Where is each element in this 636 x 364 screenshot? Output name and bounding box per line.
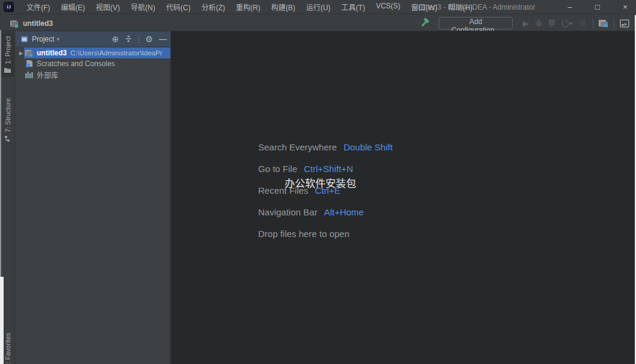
shortcut-search-everywhere: Search Everywhere Double Shift — [258, 142, 393, 152]
window-title: untitled3 - IntelliJ IDEA - Administrato… — [414, 0, 535, 14]
project-folder-icon — [10, 19, 19, 28]
editor-area: Search Everywhere Double Shift Go to Fil… — [171, 31, 636, 364]
tree-row-scratches[interactable]: Scratches and Consoles — [16, 58, 170, 69]
run-icon: ▶ — [519, 15, 532, 31]
panel-settings-gear-icon[interactable]: ⚙ — [145, 35, 153, 43]
structure-tab-icon — [4, 135, 11, 142]
title-bar: IJ 文件(F) 编辑(E) 视图(V) 导航(N) 代码(C) 分析(Z) 重… — [0, 0, 636, 14]
navigation-breadcrumb: untitled3 — [10, 15, 53, 31]
scratches-label: Scratches and Consoles — [37, 60, 115, 68]
collapse-all-icon[interactable] — [125, 35, 132, 43]
scratches-icon — [25, 60, 34, 68]
shortcut-recent-files: Recent Files Ctrl+E — [258, 185, 340, 196]
close-button[interactable]: × — [619, 0, 631, 14]
menu-build[interactable]: 构建(B) — [266, 0, 301, 14]
external-libraries-label: 外部库 — [37, 70, 58, 80]
screen-edge-artifact — [0, 277, 4, 364]
debug-icon — [532, 15, 545, 31]
breadcrumb-project-name[interactable]: untitled3 — [23, 19, 53, 28]
project-view-dropdown-caret[interactable]: ▾ — [57, 36, 60, 42]
menu-edit[interactable]: 编辑(E) — [55, 0, 90, 14]
tree-row-project-root[interactable]: ▶ untitled3 C:\Users\Administrator\IdeaP… — [16, 48, 170, 58]
shortcut-go-to-file: Go to File Ctrl+Shift+N — [258, 164, 353, 174]
locate-file-icon[interactable]: ⊕ — [112, 35, 119, 43]
project-tool-window: Project ▾ ⊕ ⚙ — ▶ — [16, 31, 170, 364]
menu-tools[interactable]: 工具(T) — [336, 0, 370, 14]
maximize-button[interactable]: □ — [591, 0, 604, 14]
menu-refactor[interactable]: 重构(R) — [230, 0, 266, 14]
toolbar-separator — [593, 19, 593, 28]
project-view-icon — [20, 35, 28, 43]
project-tree: ▶ untitled3 C:\Users\Administrator\IdeaP… — [16, 48, 170, 80]
project-structure-icon[interactable] — [597, 15, 610, 31]
project-tab-folder-icon — [4, 67, 11, 73]
menu-file[interactable]: 文件(F) — [21, 0, 55, 14]
toolbar-separator — [614, 19, 614, 28]
screen-edge-artifact — [0, 30, 1, 277]
add-configuration-button[interactable]: Add Configuration... — [439, 17, 513, 29]
menu-code[interactable]: 代码(C) — [161, 0, 196, 14]
project-root-folder-icon — [25, 49, 34, 57]
menu-analyze[interactable]: 分析(Z) — [196, 0, 230, 14]
tool-window-tab-structure[interactable]: 7: Structure — [0, 94, 15, 146]
project-panel-title: Project — [32, 35, 54, 43]
menu-run[interactable]: 运行(U) — [301, 0, 336, 14]
menu-view[interactable]: 视图(V) — [90, 0, 125, 14]
project-root-path: C:\Users\Administrator\IdeaPr — [70, 49, 162, 57]
minimize-button[interactable]: – — [564, 0, 576, 14]
menu-vcs[interactable]: VCS(S) — [371, 0, 406, 14]
menu-bar: 文件(F) 编辑(E) 视图(V) 导航(N) 代码(C) 分析(Z) 重构(R… — [21, 0, 478, 14]
stop-icon — [576, 15, 589, 31]
drop-files-hint: Drop files here to open — [258, 229, 350, 239]
profiler-dropdown-caret[interactable]: ▾ — [569, 20, 572, 26]
shortcut-navigation-bar: Navigation Bar Alt+Home — [258, 207, 364, 217]
external-libraries-icon — [25, 71, 34, 79]
run-with-coverage-icon — [545, 15, 558, 31]
hide-panel-icon[interactable]: — — [159, 34, 167, 43]
tree-row-external-libraries[interactable]: 外部库 — [16, 69, 170, 80]
intellij-logo-icon: IJ — [4, 2, 14, 12]
project-panel-header[interactable]: Project ▾ ⊕ ⚙ — — [16, 31, 170, 46]
menu-navigate[interactable]: 导航(N) — [125, 0, 161, 14]
intellij-window: IJ 文件(F) 编辑(E) 视图(V) 导航(N) 代码(C) 分析(Z) 重… — [0, 0, 636, 364]
run-toolbar: Add Configuration... ▶ — [420, 15, 636, 31]
tool-window-tab-project[interactable]: 1: Project — [0, 32, 15, 77]
panel-header-separator — [138, 35, 139, 43]
build-hammer-icon[interactable] — [420, 18, 430, 28]
window-controls: – □ × — [564, 0, 631, 14]
project-root-name: untitled3 — [37, 49, 67, 57]
main-toolbar: untitled3 Add Configuration... ▶ — [0, 15, 636, 31]
expand-arrow-icon[interactable]: ▶ — [17, 51, 25, 56]
run-tool-window-icon[interactable] — [618, 15, 631, 31]
